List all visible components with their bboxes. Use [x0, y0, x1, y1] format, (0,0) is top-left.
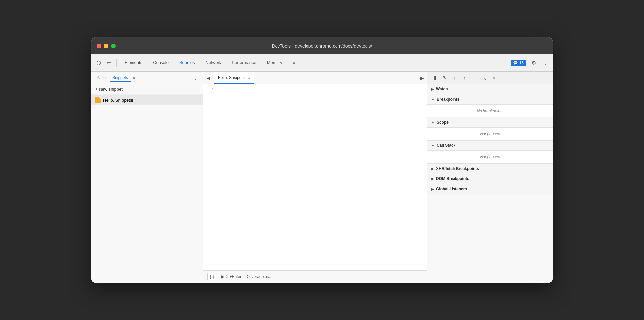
call-stack-label: Call Stack — [437, 143, 455, 148]
pause-resume-btn[interactable]: ⏸ — [430, 73, 439, 82]
line-number-1: 1 — [203, 87, 214, 94]
tab-performance[interactable]: Performance — [226, 54, 261, 71]
titlebar: DevTools - developer.chrome.com/docs/dev… — [91, 37, 553, 54]
call-stack-section-body: Not paused — [427, 151, 553, 164]
call-stack-section-header[interactable]: ▼ Call Stack — [427, 141, 553, 151]
breakpoints-section-body: No breakpoints — [427, 105, 553, 117]
global-listeners-label: Global Listeners — [436, 187, 467, 191]
subtab-page[interactable]: Page — [94, 74, 108, 82]
watch-section-header[interactable]: ▶ Watch — [427, 84, 553, 94]
scope-section-body: Not paused — [427, 128, 553, 141]
editor-body: 1 — [203, 84, 427, 270]
subtab-more-btn[interactable]: » — [132, 75, 137, 81]
devtools-window: DevTools - developer.chrome.com/docs/dev… — [91, 37, 553, 283]
editor-tab-name: Hello, Snippets! — [218, 75, 246, 80]
minimize-traffic-light[interactable] — [104, 44, 108, 48]
format-button[interactable]: { } — [207, 273, 216, 280]
snippet-file-icon — [95, 97, 101, 103]
main-tab-bar: Elements Console Sources Network Perform… — [119, 54, 509, 71]
scope-not-paused-text: Not paused — [480, 132, 500, 136]
scope-arrow: ▼ — [431, 121, 435, 124]
window-title: DevTools - developer.chrome.com/docs/dev… — [272, 43, 372, 48]
line-numbers: 1 — [203, 84, 217, 270]
subtab-bar: Page Snippets » ⋮ — [91, 72, 203, 84]
scope-section-header[interactable]: ▼ Scope — [427, 117, 553, 128]
close-traffic-light[interactable] — [97, 44, 101, 48]
step-into-btn[interactable]: ↓ — [450, 73, 459, 82]
toolbar-right: 💬 15 ⚙ ⋮ — [511, 58, 550, 68]
editor-panel: ◀ Hello, Snippets! × ▶ 1 { } ▶ ⌘+Enter — [203, 72, 427, 283]
settings-button[interactable]: ⚙ — [529, 58, 538, 68]
step-btn[interactable]: → — [470, 73, 479, 82]
tab-memory[interactable]: Memory — [262, 54, 288, 71]
dom-breakpoints-label: DOM Breakpoints — [436, 176, 469, 181]
breakpoints-arrow: ▼ — [431, 98, 435, 101]
tab-sources[interactable]: Sources — [174, 54, 200, 71]
breakpoints-label: Breakpoints — [437, 97, 459, 102]
subtab-snippets[interactable]: Snippets — [110, 74, 131, 82]
debug-toolbar: ⏸ ↻ ↓ ↑ → ⬡ ✕ ⏸ — [427, 72, 553, 84]
new-snippet-button[interactable]: + New snippet — [91, 84, 203, 95]
run-icon: ▶ — [420, 75, 424, 80]
device-toolbar-btn[interactable]: ▭ — [104, 58, 114, 68]
watch-label: Watch — [436, 87, 448, 91]
dom-breakpoints-section-header[interactable]: ▶ DOM Breakpoints — [427, 174, 553, 184]
scope-label: Scope — [437, 120, 449, 125]
badge-count: 15 — [519, 61, 524, 65]
toggle-icon: ◀ — [207, 75, 210, 80]
xhr-label: XHR/fetch Breakpoints — [436, 166, 479, 171]
subtab-menu-btn[interactable]: ⋮ — [191, 74, 200, 81]
coverage-label: Coverage: n/a — [247, 274, 271, 279]
code-editor[interactable] — [217, 84, 427, 270]
toolbar-divider — [116, 59, 117, 67]
fullscreen-traffic-light[interactable] — [111, 44, 116, 48]
editor-footer: { } ▶ ⌘+Enter Coverage: n/a — [203, 270, 427, 283]
call-stack-not-paused-text: Not paused — [480, 155, 500, 159]
global-listeners-arrow: ▶ — [431, 187, 434, 191]
left-panel: Page Snippets » ⋮ + New snippet Hello, S… — [91, 72, 203, 283]
dom-breakpoints-arrow: ▶ — [431, 177, 434, 181]
badge-icon: 💬 — [513, 61, 518, 65]
right-panel: ⏸ ↻ ↓ ↑ → ⬡ ✕ ⏸ ▶ Watch ▼ — [427, 72, 553, 283]
tab-console[interactable]: Console — [148, 54, 174, 71]
devtools-toolbar: ⬡ ▭ Elements Console Sources Network Per… — [91, 54, 553, 72]
pause-exceptions-btn[interactable]: ⏸ — [489, 73, 499, 82]
step-out-btn[interactable]: ↑ — [460, 73, 469, 82]
deactivate-breakpoints-btn[interactable]: ⬡ ✕ — [480, 73, 489, 82]
notifications-badge[interactable]: 💬 15 — [511, 60, 526, 66]
xhr-arrow: ▶ — [431, 167, 434, 171]
run-shortcut[interactable]: ▶ ⌘+Enter — [221, 274, 241, 279]
editor-tab-close-btn[interactable]: × — [248, 75, 250, 80]
new-snippet-label: + New snippet — [95, 87, 123, 92]
global-listeners-section-header[interactable]: ▶ Global Listeners — [427, 184, 553, 194]
watch-arrow: ▶ — [431, 87, 434, 91]
editor-run-btn[interactable]: ▶ — [417, 72, 427, 84]
traffic-lights — [97, 44, 116, 48]
main-content: Page Snippets » ⋮ + New snippet Hello, S… — [91, 72, 553, 283]
more-options-button[interactable]: ⋮ — [541, 58, 550, 68]
xhr-section-header[interactable]: ▶ XHR/fetch Breakpoints — [427, 164, 553, 174]
step-over-btn[interactable]: ↻ — [440, 73, 449, 82]
snippet-name: Hello, Snippets! — [103, 98, 133, 103]
editor-tab-hello-snippets[interactable]: Hello, Snippets! × — [214, 72, 254, 84]
tab-network[interactable]: Network — [200, 54, 227, 71]
inspector-tool[interactable]: ⬡ — [94, 58, 103, 68]
snippet-item[interactable]: Hello, Snippets! — [91, 95, 203, 105]
tab-more[interactable]: » — [288, 54, 301, 71]
editor-tabs: ◀ Hello, Snippets! × ▶ — [203, 72, 427, 84]
call-stack-arrow: ▼ — [431, 144, 435, 147]
tab-elements[interactable]: Elements — [119, 54, 148, 71]
breakpoints-section-header[interactable]: ▼ Breakpoints — [427, 94, 553, 105]
no-breakpoints-text: No breakpoints — [477, 109, 504, 113]
editor-toggle-btn[interactable]: ◀ — [203, 72, 214, 84]
